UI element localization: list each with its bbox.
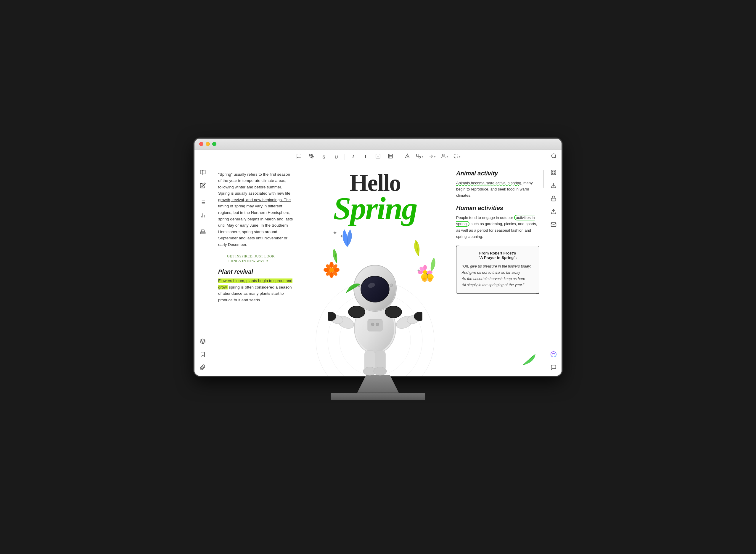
star-decoration-1: ✦ [332, 229, 337, 236]
toolbar: S U T T [194, 150, 562, 164]
right-sidebar-ai[interactable] [548, 348, 559, 360]
person-button[interactable]: ▼ [439, 152, 450, 161]
stamp-icon [453, 154, 458, 160]
sidebar-icon-book[interactable] [197, 166, 209, 178]
text-bold-icon: T [364, 154, 367, 159]
human-activities-section: Human activities People tend to engage i… [456, 205, 539, 240]
sidebar-divider-1 [198, 194, 207, 194]
sidebar-icon-pen[interactable] [197, 179, 209, 191]
text-box-button[interactable] [373, 152, 383, 161]
decorative-leaf-bottom-right [521, 353, 536, 367]
quote-source: From Robert Frost's "A Prayer in Spring"… [462, 251, 533, 260]
plant-revival-section: Plant revival Flowers bloom, plants begi… [218, 268, 294, 303]
underline-icon: U [335, 154, 338, 159]
right-sidebar-mail[interactable] [548, 219, 559, 230]
svg-point-31 [385, 306, 402, 318]
underline-button[interactable]: U [331, 152, 341, 161]
sidebar-icon-stamp[interactable] [197, 226, 209, 238]
right-sidebar [545, 164, 562, 376]
quote-corner-tl [456, 245, 459, 249]
svg-point-6 [552, 154, 556, 158]
monitor-stand-assembly [189, 375, 567, 400]
monitor: S U T T [189, 138, 567, 416]
text-italic-button[interactable]: T [348, 152, 359, 161]
human-activities-title: Human activities [456, 205, 539, 212]
arrow-icon [428, 154, 434, 160]
right-sidebar-download[interactable] [548, 179, 559, 191]
doc-center-column: Hello Spring [300, 164, 450, 376]
strikethrough-icon: S [322, 154, 325, 159]
text-italic-icon: T [352, 154, 355, 159]
monitor-stand [349, 375, 407, 393]
svg-point-76 [552, 353, 553, 354]
svg-point-44 [371, 323, 374, 326]
quote-box: From Robert Frost's "A Prayer in Spring"… [456, 246, 539, 293]
strikethrough-button[interactable]: S [318, 152, 329, 161]
svg-rect-43 [368, 319, 382, 331]
toolbar-sep-2 [399, 154, 399, 160]
svg-point-4 [419, 156, 421, 158]
app-content: "Spring" usually refers to the first sea… [194, 164, 562, 376]
human-activities-text: People tend to engage in outdoor activit… [456, 215, 539, 240]
sidebar-icon-chart[interactable] [197, 210, 209, 221]
highlight-icon [404, 154, 410, 160]
pen-icon [309, 154, 314, 160]
svg-point-0 [311, 156, 312, 156]
svg-rect-72 [551, 170, 556, 174]
svg-point-35 [361, 276, 389, 302]
svg-rect-17 [200, 232, 205, 233]
handwriting-note: Get inspired, just lookthings in new way… [227, 254, 294, 264]
svg-rect-16 [201, 230, 204, 232]
table-icon [388, 154, 393, 160]
monitor-base [331, 393, 425, 400]
doc-right-column: Animal activity Animals become more acti… [450, 164, 545, 376]
svg-point-77 [554, 353, 554, 354]
animal-activity-section: Animal activity Animals become more acti… [456, 170, 539, 199]
right-sidebar-lock[interactable] [548, 192, 559, 205]
shapes-icon [416, 154, 421, 160]
svg-point-42 [374, 367, 387, 375]
plant-revival-title: Plant revival [218, 268, 294, 275]
title-bar [194, 138, 562, 150]
search-button[interactable] [551, 153, 557, 161]
svg-point-5 [443, 154, 444, 156]
quote-corner-br [536, 290, 539, 294]
maximize-button[interactable] [212, 142, 216, 146]
sidebar-icon-bookmark[interactable] [197, 348, 209, 360]
spring-title: Spring [333, 190, 417, 227]
traffic-lights [199, 142, 216, 146]
minimize-button[interactable] [206, 142, 210, 146]
pen-tool-button[interactable] [306, 152, 317, 161]
table-button[interactable] [385, 152, 396, 161]
text-box-icon [375, 154, 381, 160]
stamp-button[interactable]: ▼ [452, 152, 462, 161]
intro-paragraph: "Spring" usually refers to the first sea… [218, 171, 294, 248]
plant-revival-text: Flowers bloom, plants begin to sprout an… [218, 278, 294, 303]
svg-point-45 [376, 323, 379, 326]
svg-rect-2 [388, 154, 392, 158]
person-chevron: ▼ [446, 156, 448, 158]
comment-button[interactable] [294, 152, 304, 161]
toolbar-sep-1 [344, 154, 345, 160]
svg-point-30 [349, 306, 365, 318]
sidebar-divider-2 [198, 224, 207, 224]
text-bold-button[interactable]: T [360, 152, 371, 161]
animal-activity-text: Animals become more active in spring, ma… [456, 180, 539, 199]
arrow-button[interactable]: ▼ [427, 152, 438, 161]
green-leaf-2 [344, 280, 362, 294]
svg-marker-18 [200, 339, 205, 341]
right-sidebar-share[interactable] [548, 206, 559, 217]
orange-flower [323, 262, 340, 278]
sidebar-icon-list[interactable] [197, 197, 209, 208]
butterfly [421, 272, 434, 283]
highlight-button[interactable] [402, 152, 413, 161]
sidebar-icon-layers[interactable] [197, 335, 209, 347]
stamp-chevron: ▼ [458, 156, 461, 158]
close-button[interactable] [199, 142, 203, 146]
right-sidebar-chat[interactable] [548, 362, 559, 373]
right-sidebar-ocr[interactable] [548, 166, 559, 178]
shapes-button[interactable]: ▼ [415, 152, 425, 161]
person-icon [441, 154, 446, 160]
doc-left-column: "Spring" usually refers to the first sea… [211, 164, 300, 376]
sidebar-icon-attachment[interactable] [197, 362, 209, 373]
